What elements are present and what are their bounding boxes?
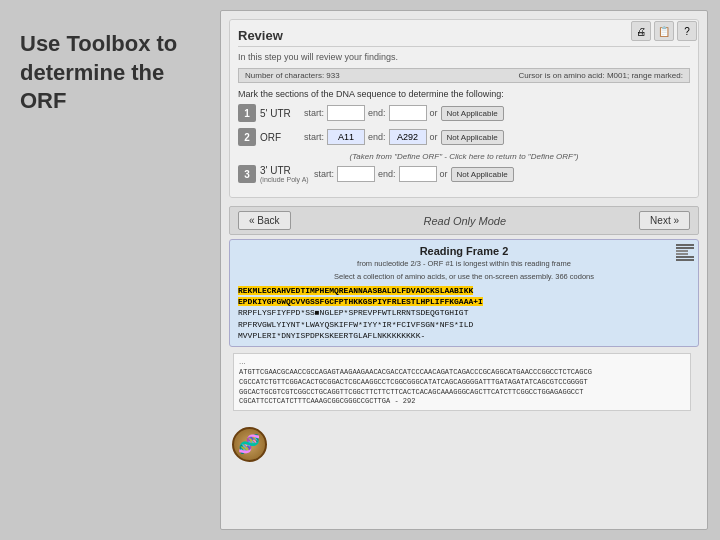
row-3utr: 3 3' UTR (include Poly A) start: end: or… (238, 165, 690, 183)
toolbar-icons: 🖨 📋 ? (631, 21, 697, 41)
end-input-2[interactable] (389, 129, 427, 145)
row-number-2: 2 (238, 128, 256, 146)
row-sublabel-3utr: (include Poly A) (260, 176, 310, 183)
end-label-1: end: (368, 108, 386, 118)
read-only-mode-label: Read Only Mode (424, 215, 507, 227)
stats-cursor: Cursor is on amino acid: M001; range mar… (518, 71, 683, 80)
scroll-line (676, 250, 688, 252)
start-label-1: start: (304, 108, 324, 118)
dna-seq-line-3: GGCACTGCGTCGTCGGCCTGCAGGTTCGGCTTCTTCTTCA… (239, 388, 685, 398)
or-label-1: or (430, 108, 438, 118)
main-content: 🖨 📋 ? Review In this step you will revie… (220, 10, 708, 530)
stats-bar: Number of characters: 933 Cursor is on a… (238, 68, 690, 83)
start-input-3[interactable] (337, 166, 375, 182)
dna-seq-line-2: CGCCATCTGTTCGGACACTGCGGACTCGCAAGGCCTCGGC… (239, 378, 685, 388)
review-subtitle: In this step you will review your findin… (238, 52, 690, 62)
end-label-3: end: (378, 169, 396, 179)
row-number-3: 3 (238, 165, 256, 183)
dna-seq-line-4: CGCATTCCTCATCTTTCAAAGCGGCGGGCCGCTTGA - 2… (239, 397, 685, 407)
scroll-line (676, 256, 694, 258)
scroll-line (676, 247, 694, 249)
row-number-1: 1 (238, 104, 256, 122)
define-orf-note: (Taken from "Define ORF" - Click here to… (238, 152, 690, 161)
copy-icon[interactable]: 📋 (654, 21, 674, 41)
row-label-3utr: 3' UTR (260, 165, 310, 176)
review-title: Review (238, 28, 690, 47)
dna-icon: 🧬 (229, 419, 269, 469)
dna-sequence-panel: ... ATGTTCGAACGCAACCGCCAGAGTAAGAAGAACACG… (233, 353, 691, 411)
left-panel: Use Toolbox to determine the ORF (0, 0, 220, 540)
next-button[interactable]: Next » (639, 211, 690, 230)
reading-frame-subtitle: from nucleotide 2/3 - ORF #1 is longest … (238, 259, 690, 268)
seq-line-1: REKMLECRAHVEDTIMPHEMQREANNAASBALDLFDVADC… (238, 286, 473, 295)
scrollbar-indicator (676, 244, 694, 261)
row-orf: 2 ORF start: end: or Not Applicable (238, 128, 690, 146)
row-fields-3utr: start: end: or Not Applicable (314, 166, 690, 182)
row-5utr: 1 5' UTR start: end: or Not Applicable (238, 104, 690, 122)
end-input-3[interactable] (399, 166, 437, 182)
print-icon[interactable]: 🖨 (631, 21, 651, 41)
row-fields-orf: start: end: or Not Applicable (304, 129, 690, 145)
section-label: Mark the sections of the DNA sequence to… (238, 89, 690, 99)
not-applicable-btn-2[interactable]: Not Applicable (441, 130, 504, 145)
start-label-3: start: (314, 169, 334, 179)
reading-frame-title: Reading Frame 2 (238, 245, 690, 257)
seq-line-5: MVVPLERI*DNYISPDPKSKEERTGLAFLNKKKKKKKK- (238, 331, 425, 340)
sequence-display: REKMLECRAHVEDTIMPHEMQREANNAASBALDLFDVADC… (238, 285, 690, 341)
back-button[interactable]: « Back (238, 211, 291, 230)
bottom-area: 🧬 ... ATGTTCGAACGCAACCGCCAGAGTAAGAAGAACA… (229, 351, 699, 415)
reading-frame-subtitle2: Select a collection of amino acids, or u… (238, 272, 690, 281)
not-applicable-btn-3[interactable]: Not Applicable (451, 167, 514, 182)
start-input-1[interactable] (327, 105, 365, 121)
seq-line-3: RRPFLYSFIYFPD*SS■NGLEP*SPREVPFWTLRRNTSDE… (238, 308, 468, 317)
dna-circle: 🧬 (232, 427, 267, 462)
or-label-2: or (430, 132, 438, 142)
stats-characters: Number of characters: 933 (245, 71, 340, 80)
start-input-2[interactable] (327, 129, 365, 145)
seq-line-2: EPDKIYGPGWQCVVGSSFGCFPTHKKGSPIYFRLESTLHP… (238, 297, 483, 306)
end-label-2: end: (368, 132, 386, 142)
navigation-bar: « Back Read Only Mode Next » (229, 206, 699, 235)
scroll-line (676, 244, 694, 246)
row-label-5utr: 5' UTR (260, 108, 300, 119)
not-applicable-btn-1[interactable]: Not Applicable (441, 106, 504, 121)
row-label-orf: ORF (260, 132, 300, 143)
reading-frame-panel: Reading Frame 2 from nucleotide 2/3 - OR… (229, 239, 699, 347)
seq-line-4: RPFRVGWLYIYNT*LWAYQSKIFFW*IYY*IR*FCIVFSG… (238, 320, 473, 329)
or-label-3: or (440, 169, 448, 179)
review-panel: Review In this step you will review your… (229, 19, 699, 198)
left-panel-title: Use Toolbox to determine the ORF (20, 30, 200, 116)
scroll-line (676, 253, 688, 255)
dna-seq-line-1: ATGTTCGAACGCAACCGCCAGAGTAAGAAGAACACGACCA… (239, 368, 685, 378)
start-label-2: start: (304, 132, 324, 142)
help-icon[interactable]: ? (677, 21, 697, 41)
end-input-1[interactable] (389, 105, 427, 121)
dna-seq-dots: ... (239, 357, 685, 366)
row-fields-5utr: start: end: or Not Applicable (304, 105, 690, 121)
scroll-line (676, 259, 694, 261)
